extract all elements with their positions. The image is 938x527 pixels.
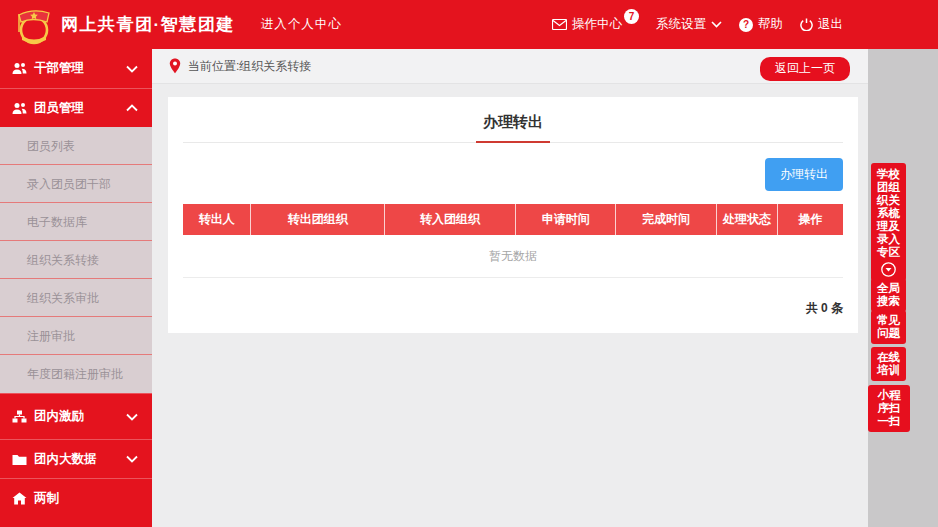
folder-icon: [12, 453, 27, 466]
content-card: 办理转出 办理转出 转出人 转出团组织 转入团组织 申请时间 完成时间: [168, 97, 858, 333]
chevron-up-icon: [126, 104, 138, 112]
sidebar: 干部管理 团员管理 团员列表 录入团员团干部 电子数据库 组织关系转接 组织关系…: [0, 49, 152, 527]
home-icon: [12, 492, 27, 505]
power-icon: [800, 18, 813, 31]
sidebar-item-two-systems[interactable]: 两制: [0, 478, 152, 517]
tab-transfer-out[interactable]: 办理转出: [476, 106, 550, 143]
right-rail: 学校团组织关系梳理及录入专区 全局搜索 常见问题 在线培训 小程序扫一扫: [868, 49, 938, 527]
sitemap-icon: [12, 410, 27, 423]
personal-center-link[interactable]: 进入个人中心: [261, 16, 342, 33]
sidebar-item-bigdata[interactable]: 团内大数据: [0, 439, 152, 478]
submenu-item-member-list[interactable]: 团员列表: [0, 127, 152, 165]
screen: 网上共青团·智慧团建 进入个人中心 操作中心 7 系统设置 ? 帮助: [0, 0, 938, 527]
empty-text: 暂无数据: [183, 235, 843, 278]
school-zone-label: 学校团组织关系梳理及录入专区: [877, 168, 900, 258]
help-label: 帮助: [758, 16, 783, 33]
header-nav: 操作中心 7 系统设置 ? 帮助 退出: [552, 16, 938, 33]
submenu-item-registration-approval[interactable]: 注册审批: [0, 317, 152, 355]
sidebar-submenu: 团员列表 录入团员团干部 电子数据库 组织关系转接 组织关系审批 注册审批 年度…: [0, 127, 152, 393]
column-header-operation: 操作: [778, 204, 843, 235]
submenu-item-relation-transfer[interactable]: 组织关系转接: [0, 241, 152, 279]
logout-link[interactable]: 退出: [800, 16, 843, 33]
chevron-down-icon: [126, 455, 138, 463]
column-header-status: 处理状态: [716, 204, 777, 235]
transfer-table: 转出人 转出团组织 转入团组织 申请时间 完成时间 处理状态 操作 暂无数据: [183, 204, 843, 278]
league-emblem-logo: [13, 5, 53, 47]
sidebar-item-member-management[interactable]: 团员管理: [0, 88, 152, 127]
column-header-to-org: 转入团组织: [384, 204, 515, 235]
chevron-down-icon: [711, 21, 722, 28]
submenu-item-member-entry[interactable]: 录入团员团干部: [0, 165, 152, 203]
location-pin-icon: [169, 58, 181, 74]
sidebar-item-label: 团内大数据: [34, 451, 97, 468]
system-settings-label: 系统设置: [656, 16, 706, 33]
column-header-apply-time: 申请时间: [516, 204, 616, 235]
app-header: 网上共青团·智慧团建 进入个人中心 操作中心 7 系统设置 ? 帮助: [0, 0, 938, 49]
submenu-item-annual-registration-approval[interactable]: 年度团籍注册审批: [0, 355, 152, 393]
help-link[interactable]: ? 帮助: [739, 16, 783, 33]
sidebar-item-cadre-management[interactable]: 干部管理: [0, 49, 152, 88]
school-zone-button[interactable]: 学校团组织关系梳理及录入专区: [871, 163, 906, 281]
sidebar-filler: [0, 517, 152, 527]
column-header-transferor: 转出人: [183, 204, 251, 235]
circle-chevron-down-icon: [881, 262, 896, 277]
total-count: 共 0 条: [183, 300, 843, 317]
table-header-row: 转出人 转出团组织 转入团组织 申请时间 完成时间 处理状态 操作: [183, 204, 843, 235]
sidebar-item-label: 团内激励: [34, 408, 84, 425]
submenu-item-e-database[interactable]: 电子数据库: [0, 203, 152, 241]
sidebar-item-label: 两制: [34, 490, 59, 507]
breadcrumb-bar: 当前位置:组织关系转接 返回上一页: [152, 49, 868, 84]
envelope-icon: [552, 19, 567, 30]
tab-bar: 办理转出: [183, 97, 843, 143]
miniprogram-scan-button[interactable]: 小程序扫一扫: [868, 385, 910, 432]
faq-button[interactable]: 常见问题: [871, 310, 906, 344]
breadcrumb: 当前位置:组织关系转接: [188, 58, 311, 75]
logout-label: 退出: [818, 16, 843, 33]
global-search-button[interactable]: 全局搜索: [871, 278, 906, 312]
main-area: 当前位置:组织关系转接 返回上一页 办理转出 办理转出 转出人 转出团组织: [152, 49, 868, 527]
users-icon: [12, 102, 27, 115]
empty-row: 暂无数据: [183, 235, 843, 278]
sidebar-item-incentive[interactable]: 团内激励: [0, 393, 152, 439]
users-icon: [12, 62, 27, 75]
notification-badge: 7: [624, 9, 639, 24]
column-header-finish-time: 完成时间: [616, 204, 716, 235]
online-training-button[interactable]: 在线培训: [871, 347, 906, 381]
chevron-down-icon: [126, 413, 138, 421]
toolbar: 办理转出: [183, 158, 843, 191]
app-title: 网上共青团·智慧团建: [61, 13, 235, 36]
operation-center-label: 操作中心: [572, 16, 622, 33]
operation-center-link[interactable]: 操作中心 7: [552, 16, 639, 33]
question-circle-icon: ?: [739, 18, 753, 32]
chevron-down-icon: [126, 65, 138, 73]
submenu-item-relation-approval[interactable]: 组织关系审批: [0, 279, 152, 317]
transfer-out-button[interactable]: 办理转出: [765, 158, 843, 191]
system-settings-menu[interactable]: 系统设置: [656, 16, 722, 33]
sidebar-item-label: 干部管理: [34, 60, 84, 77]
back-button[interactable]: 返回上一页: [760, 57, 850, 81]
sidebar-item-label: 团员管理: [34, 100, 84, 117]
column-header-from-org: 转出团组织: [251, 204, 384, 235]
